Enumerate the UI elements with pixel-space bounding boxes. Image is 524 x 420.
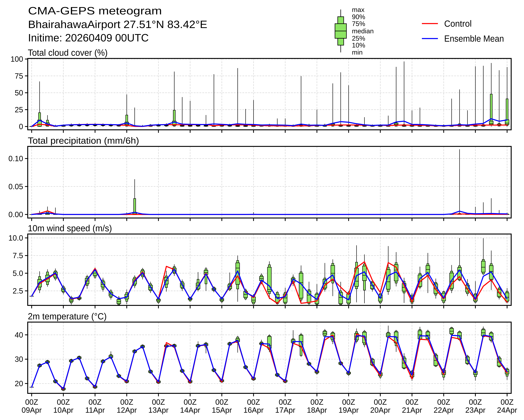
svg-text:11Apr: 11Apr [85, 406, 105, 414]
svg-text:CMA-GEPS meteogram: CMA-GEPS meteogram [28, 5, 162, 17]
svg-text:25%: 25% [352, 34, 365, 42]
svg-text:21Apr: 21Apr [402, 406, 422, 414]
svg-text:00Z: 00Z [247, 398, 260, 406]
svg-text:00Z: 00Z [57, 398, 70, 406]
svg-text:7.5: 7.5 [13, 251, 23, 260]
svg-text:00Z: 00Z [120, 398, 133, 406]
svg-text:23Apr: 23Apr [465, 406, 485, 414]
svg-text:Ensemble Mean: Ensemble Mean [444, 34, 504, 44]
svg-text:00Z: 00Z [405, 398, 419, 406]
svg-text:00Z: 00Z [25, 398, 38, 406]
svg-text:14Apr: 14Apr [180, 406, 200, 414]
svg-text:09Apr: 09Apr [22, 406, 42, 414]
svg-text:10.0: 10.0 [9, 234, 23, 242]
svg-text:19Apr: 19Apr [339, 406, 359, 414]
svg-text:BhairahawaAirport 27.51°N 83.4: BhairahawaAirport 27.51°N 83.42°E [28, 18, 207, 30]
svg-text:00Z: 00Z [88, 398, 102, 406]
svg-text:00Z: 00Z [437, 398, 450, 406]
svg-text:50: 50 [15, 89, 23, 97]
svg-text:00Z: 00Z [215, 398, 228, 406]
svg-text:25: 25 [15, 105, 23, 114]
svg-text:00Z: 00Z [279, 398, 292, 406]
svg-text:75%: 75% [352, 20, 365, 27]
svg-text:18Apr: 18Apr [307, 406, 327, 414]
svg-text:24Apr: 24Apr [497, 406, 517, 414]
svg-text:00Z: 00Z [469, 398, 482, 406]
svg-text:max: max [352, 6, 365, 13]
svg-text:0.05: 0.05 [9, 182, 23, 191]
svg-text:20Apr: 20Apr [370, 406, 390, 414]
svg-text:00Z: 00Z [500, 398, 514, 406]
svg-text:90%: 90% [352, 13, 365, 20]
svg-text:10Apr: 10Apr [53, 406, 73, 414]
svg-text:13Apr: 13Apr [148, 406, 168, 414]
svg-text:22Apr: 22Apr [434, 406, 454, 414]
svg-text:00Z: 00Z [342, 398, 355, 406]
svg-text:00Z: 00Z [310, 398, 323, 406]
svg-text:00Z: 00Z [374, 398, 387, 406]
svg-text:2m temperature (°C): 2m temperature (°C) [28, 311, 107, 321]
svg-text:15Apr: 15Apr [212, 406, 232, 414]
svg-text:00Z: 00Z [152, 398, 165, 406]
svg-text:2.5: 2.5 [13, 287, 23, 295]
svg-text:0.00: 0.00 [9, 210, 23, 219]
svg-text:5.0: 5.0 [13, 269, 23, 277]
svg-text:Control: Control [444, 18, 472, 29]
svg-text:Initime: 20260409 00UTC: Initime: 20260409 00UTC [28, 32, 149, 44]
svg-text:10m wind speed (m/s): 10m wind speed (m/s) [28, 223, 112, 233]
svg-text:100: 100 [10, 55, 23, 63]
svg-text:Total cloud cover (%): Total cloud cover (%) [28, 48, 108, 58]
svg-text:00Z: 00Z [184, 398, 197, 406]
svg-text:0: 0 [19, 122, 23, 131]
svg-text:17Apr: 17Apr [275, 406, 295, 414]
svg-text:0.10: 0.10 [9, 154, 23, 163]
svg-text:median: median [352, 27, 374, 35]
svg-text:Total precipitation (mm/6h): Total precipitation (mm/6h) [28, 135, 139, 146]
svg-text:20: 20 [15, 379, 23, 388]
svg-text:40: 40 [15, 331, 23, 339]
svg-text:10%: 10% [352, 42, 365, 49]
svg-text:16Apr: 16Apr [243, 406, 263, 414]
svg-text:30: 30 [15, 355, 23, 363]
svg-text:min: min [352, 49, 363, 56]
svg-text:12Apr: 12Apr [117, 406, 137, 414]
svg-text:75: 75 [15, 72, 23, 80]
